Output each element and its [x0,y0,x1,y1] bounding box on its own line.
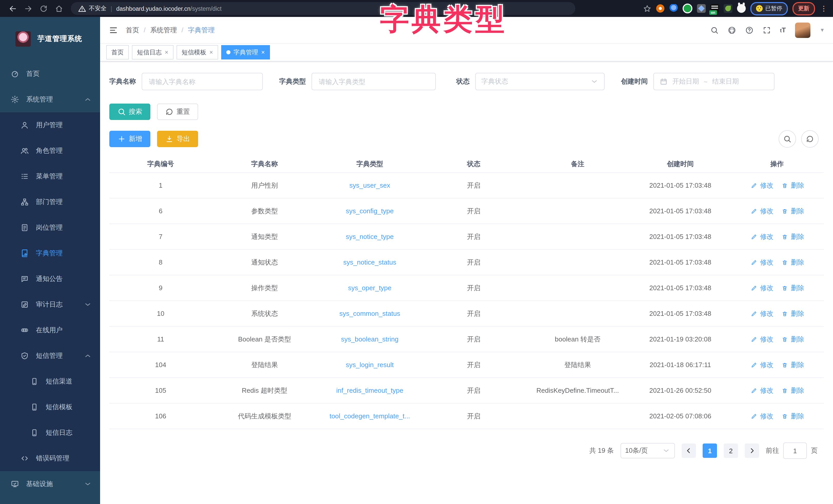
sidebar-item-在线用户[interactable]: 在线用户 [0,318,100,343]
dict-type-link[interactable]: sys_boolean_string [341,335,399,343]
edit-link[interactable]: 修改 [750,309,774,318]
dict-type-link[interactable]: sys_notice_type [346,233,394,241]
extension-icon-3[interactable] [683,4,692,13]
url-bar[interactable]: 不安全 | dashboard.yudao.iocoder.cn/system/… [71,2,575,15]
fullscreen-icon[interactable] [763,26,771,34]
dict-type-link[interactable]: sys_notice_status [343,258,397,266]
page-button-2[interactable]: 2 [724,444,738,458]
dict-type-link[interactable]: tool_codegen_template_t... [330,412,410,420]
sidebar-item-错误码管理[interactable]: 错误码管理 [0,446,100,471]
refresh-table-button[interactable] [801,130,818,148]
extension-icon-2[interactable] [669,4,678,13]
sidebar-item-短信渠道[interactable]: 短信渠道 [0,369,100,394]
reset-button[interactable]: 重置 [157,104,198,120]
extension-icon-4[interactable] [697,4,706,13]
sidebar-item-审计日志[interactable]: 审计日志 [0,292,100,318]
dict-name-input[interactable] [148,77,257,86]
delete-link[interactable]: 删除 [781,360,804,370]
breadcrumb-home[interactable]: 首页 [126,25,139,34]
extension-icon-6[interactable] [724,4,732,13]
close-icon[interactable]: × [261,49,265,56]
dict-type-link[interactable]: sys_common_status [339,310,400,318]
sidebar-item-通知公告[interactable]: 通知公告 [0,266,100,292]
tab-短信模板[interactable]: 短信模板× [176,45,218,59]
github-icon[interactable] [728,26,736,34]
sidebar-item-菜单管理[interactable]: 菜单管理 [0,163,100,189]
sidebar-item-岗位管理[interactable]: 岗位管理 [0,215,100,241]
delete-link[interactable]: 删除 [781,181,804,190]
edit-link[interactable]: 修改 [750,334,774,344]
delete-link[interactable]: 删除 [781,258,804,267]
sidebar-item-角色管理[interactable]: 角色管理 [0,138,100,163]
avatar[interactable] [795,22,810,38]
help-icon[interactable] [745,26,754,34]
date-range-picker[interactable]: 开始日期 ~ 结束日期 [653,73,775,90]
edit-link[interactable]: 修改 [750,232,774,241]
sidebar-item-短信日志[interactable]: 短信日志 [0,420,100,446]
dict-type-link[interactable]: sys_user_sex [350,181,390,189]
reload-icon[interactable] [36,2,51,15]
delete-link[interactable]: 删除 [781,283,804,293]
extension-icon-1[interactable] [656,4,665,13]
dict-type-link[interactable]: sys_config_type [346,207,394,215]
delete-link[interactable]: 删除 [781,334,804,344]
sidebar-item-短信模板[interactable]: 短信模板 [0,394,100,420]
edit-link[interactable]: 修改 [750,181,774,190]
dict-type-link[interactable]: sys_oper_type [348,284,391,292]
edit-link[interactable]: 修改 [750,411,774,421]
status-select-placeholder: 字典状态 [481,77,508,86]
extension-icon-7[interactable] [737,4,746,13]
delete-link[interactable]: 删除 [781,309,804,318]
hamburger-icon[interactable] [109,26,118,34]
forward-icon[interactable] [21,2,36,15]
sidebar-item-部门管理[interactable]: 部门管理 [0,189,100,215]
sidebar-item-用户管理[interactable]: 用户管理 [0,112,100,138]
edit-link[interactable]: 修改 [750,258,774,267]
status-select[interactable]: 字典状态 [475,73,604,90]
search-button[interactable]: 搜索 [109,104,150,120]
page-button-1[interactable]: 1 [703,444,717,458]
dict-type-link[interactable]: inf_redis_timeout_type [336,386,403,394]
sidebar-item-首页[interactable]: 首页 [0,61,100,87]
sidebar-item-系统管理[interactable]: 系统管理 [0,87,100,112]
sidebar-bottom-section: 基础设施 [0,471,100,504]
tab-首页[interactable]: 首页 [106,45,129,59]
prev-page-button[interactable] [682,444,696,458]
close-icon[interactable]: × [209,49,213,56]
sidebar-item-infrastructure[interactable]: 基础设施 [0,471,100,497]
delete-link[interactable]: 删除 [781,232,804,241]
close-icon[interactable]: × [165,49,168,56]
sidebar-item-短信管理[interactable]: 短信管理 [0,343,100,369]
home-icon[interactable] [51,2,67,15]
delete-link[interactable]: 删除 [781,386,804,395]
page-size-select[interactable]: 10条/页 [620,443,675,458]
goto-page-input[interactable] [783,443,807,459]
caret-down-icon[interactable]: ▼ [820,27,825,33]
add-button[interactable]: 新增 [109,131,150,147]
delete-link[interactable]: 删除 [781,411,804,421]
sidebar-item-字典管理[interactable]: 字典管理 [0,241,100,266]
back-icon[interactable] [5,2,21,15]
browser-menu-kebab-icon[interactable] [820,4,828,12]
next-page-button[interactable] [745,444,759,458]
export-button[interactable]: 导出 [157,131,198,147]
bookmark-star-icon[interactable] [643,4,651,12]
edit-link[interactable]: 修改 [750,283,774,293]
dict-type-input[interactable] [318,77,430,86]
edit-link[interactable]: 修改 [750,360,774,370]
tab-短信日志[interactable]: 短信日志× [132,45,173,59]
tab-字典管理[interactable]: 字典管理× [221,45,270,59]
extension-icon-5[interactable]: on [710,4,719,13]
search-icon[interactable] [710,26,718,34]
font-size-icon[interactable]: tT [780,26,786,34]
edit-link[interactable]: 修改 [750,206,774,216]
paused-extension-chip[interactable]: 已暂停 [751,2,788,15]
tab-label: 短信日志 [137,48,162,57]
dict-type-link[interactable]: sys_login_result [346,361,394,369]
edit-link[interactable]: 修改 [750,386,774,395]
app-logo[interactable]: 芋道管理系统 [0,17,100,61]
chrome-update-button[interactable]: 更新 [792,2,815,15]
breadcrumb-system[interactable]: 系统管理 [150,25,177,34]
delete-link[interactable]: 删除 [781,206,804,216]
show-search-toggle-button[interactable] [779,130,796,148]
